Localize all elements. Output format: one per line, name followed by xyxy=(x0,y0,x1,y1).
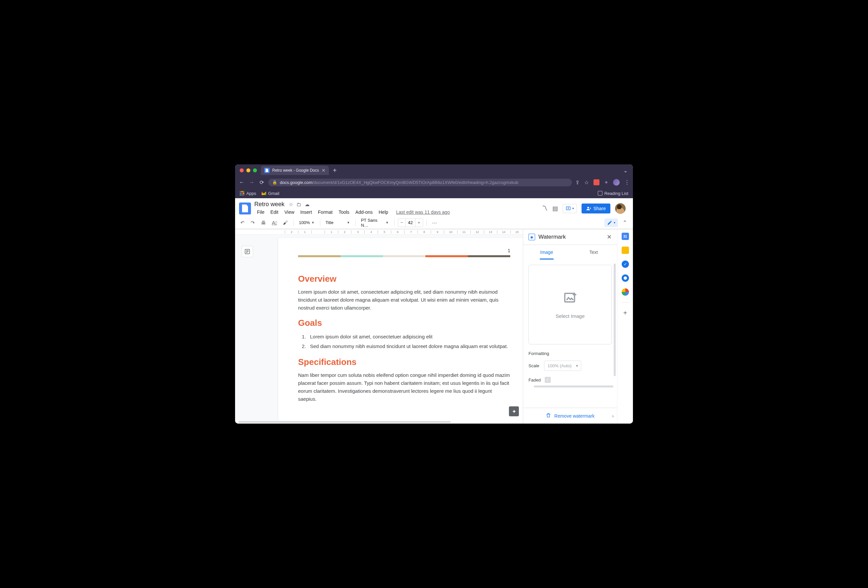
editing-mode-button[interactable]: ▾ xyxy=(604,218,618,227)
ruler[interactable]: 211234567891011121314151617 xyxy=(235,229,523,235)
minimize-window[interactable] xyxy=(247,168,250,172)
goal-item[interactable]: Lorem ipsum dolor sit amet, consectetuer… xyxy=(307,332,510,342)
docs-logo-icon[interactable] xyxy=(239,202,251,214)
overview-body[interactable]: Lorem ipsum dolor sit amet, consectetuer… xyxy=(298,288,510,312)
browser-tab[interactable]: Retro week - Google Docs ✕ xyxy=(261,166,329,175)
address-bar[interactable]: 🔒 docs.google.com/document/d/1xG1zOE4X_H… xyxy=(268,179,572,186)
paint-format-button[interactable]: 🖌 xyxy=(281,218,290,227)
faded-checkbox[interactable]: ✓ xyxy=(545,377,551,383)
formatting-label: Formatting xyxy=(528,351,612,356)
account-avatar[interactable] xyxy=(615,203,626,214)
close-tab-icon[interactable]: ✕ xyxy=(322,168,326,173)
share-page-icon[interactable]: ⇪ xyxy=(575,179,580,186)
font-size-decrease[interactable]: − xyxy=(398,219,406,227)
extensions-puzzle-icon[interactable]: ✦ xyxy=(604,179,608,186)
apps-label: Apps xyxy=(247,191,256,196)
gmail-bookmark[interactable]: Gmail xyxy=(261,191,279,196)
scale-select[interactable]: 100% (Auto) xyxy=(544,361,581,371)
tab-list-dropdown[interactable]: ⌄ xyxy=(623,167,627,174)
font-select[interactable]: PT Sans N… ▼ xyxy=(359,217,391,229)
expand-panel-icon[interactable]: › xyxy=(612,413,614,419)
redo-button[interactable]: ↷ xyxy=(249,218,257,227)
heading-overview[interactable]: Overview xyxy=(298,274,510,284)
heading-goals[interactable]: Goals xyxy=(298,318,510,328)
apps-bookmark[interactable]: Apps xyxy=(240,191,256,196)
close-window[interactable] xyxy=(240,168,244,172)
add-addon-icon[interactable]: + xyxy=(621,309,629,317)
goals-list[interactable]: Lorem ipsum dolor sit amet, consectetuer… xyxy=(307,332,510,351)
heading-specifications[interactable]: Specifications xyxy=(298,357,510,367)
reading-list-button[interactable]: Reading List xyxy=(598,191,628,196)
panel-scrollbar[interactable] xyxy=(614,264,616,376)
font-size-control[interactable]: − + xyxy=(398,218,423,227)
apps-grid-icon xyxy=(240,191,244,196)
bookmark-star-icon[interactable]: ☆ xyxy=(584,179,589,186)
menu-tools[interactable]: Tools xyxy=(336,208,352,216)
toolbar: ↶ ↷ 🖶 Aͯ 🖌 100% ▼ Title ▼ PT Sans N… ▼ −… xyxy=(235,217,633,229)
new-tab-button[interactable]: + xyxy=(333,167,337,174)
tasks-icon[interactable] xyxy=(621,261,629,268)
remove-watermark-button[interactable]: Remove watermark › xyxy=(523,408,617,424)
contacts-icon[interactable] xyxy=(621,274,629,282)
explore-button[interactable]: ✦ xyxy=(509,406,519,416)
maximize-window[interactable] xyxy=(253,168,257,172)
menu-format[interactable]: Format xyxy=(315,208,335,216)
menu-edit[interactable]: Edit xyxy=(268,208,281,216)
close-panel-icon[interactable]: ✕ xyxy=(607,233,612,241)
lock-icon: 🔒 xyxy=(272,180,277,185)
url-path: /document/d/1xG1zOE4X_HgQkwFOCKmyQmBGWD5… xyxy=(312,180,518,185)
menu-addons[interactable]: Add-ons xyxy=(353,208,375,216)
font-size-input[interactable] xyxy=(406,219,415,227)
gmail-icon xyxy=(261,192,266,195)
keep-icon[interactable] xyxy=(621,247,629,254)
profile-avatar-icon[interactable] xyxy=(613,179,620,186)
back-button[interactable]: ← xyxy=(238,179,245,185)
star-icon[interactable]: ☆ xyxy=(289,202,293,208)
horizontal-scrollbar[interactable] xyxy=(238,421,450,423)
reading-list-label: Reading List xyxy=(604,191,628,196)
font-size-increase[interactable]: + xyxy=(415,219,423,227)
last-edit-link[interactable]: Last edit was 11 days ago xyxy=(394,208,453,216)
forward-button[interactable]: → xyxy=(248,179,255,185)
watermark-panel: ◉ Watermark ✕ Image Text Select Image Fo… xyxy=(523,229,617,424)
menu-bar: File Edit View Insert Format Tools Add-o… xyxy=(254,208,453,216)
image-placeholder-icon xyxy=(563,290,577,308)
browser-menu-icon[interactable]: ⋮ xyxy=(624,179,630,186)
share-button[interactable]: Share xyxy=(582,203,610,214)
document-page[interactable]: 1 Overview Lorem ipsum dolor sit amet, c… xyxy=(278,238,523,420)
zoom-select[interactable]: 100% ▼ xyxy=(297,219,316,226)
watermark-icon: ◉ xyxy=(528,234,535,240)
menu-view[interactable]: View xyxy=(282,208,297,216)
print-button[interactable]: 🖶 xyxy=(259,218,268,227)
cloud-status-icon[interactable]: ☁ xyxy=(305,202,310,208)
menu-help[interactable]: Help xyxy=(376,208,391,216)
menu-insert[interactable]: Insert xyxy=(298,208,314,216)
document-title[interactable]: Retro week xyxy=(254,201,285,208)
page-number: 1 xyxy=(298,248,510,253)
trash-icon xyxy=(546,413,551,419)
decorative-color-bar xyxy=(298,255,510,257)
select-image-button[interactable]: Select Image xyxy=(528,265,612,344)
calendar-icon[interactable]: 31 xyxy=(621,233,629,240)
window-controls[interactable] xyxy=(240,168,257,172)
menu-file[interactable]: File xyxy=(254,208,267,216)
tab-text[interactable]: Text xyxy=(570,245,617,259)
present-button[interactable]: ▾ xyxy=(562,204,577,213)
side-rail: 31 + xyxy=(617,229,633,424)
collapse-toolbar-icon[interactable]: ⌃ xyxy=(620,218,630,227)
comments-icon[interactable]: ▤ xyxy=(552,205,558,212)
tab-image[interactable]: Image xyxy=(523,245,570,259)
reading-list-icon xyxy=(598,191,602,196)
panel-horizontal-scrollbar[interactable] xyxy=(534,386,613,388)
activity-icon[interactable]: 〽 xyxy=(542,205,548,212)
paragraph-style-select[interactable]: Title ▼ xyxy=(323,219,352,226)
extension-icon[interactable] xyxy=(593,179,599,185)
reload-button[interactable]: ⟳ xyxy=(258,179,265,186)
move-icon[interactable]: 🗀 xyxy=(297,202,301,208)
more-toolbar-icon[interactable]: ⋯ xyxy=(430,218,439,227)
undo-button[interactable]: ↶ xyxy=(238,218,247,227)
specifications-body[interactable]: Nam liber tempor cum soluta nobis eleife… xyxy=(298,371,510,403)
goal-item[interactable]: Sed diam nonummy nibh euismod tincidunt … xyxy=(307,342,510,351)
spellcheck-button[interactable]: Aͯ xyxy=(270,218,279,227)
maps-icon[interactable] xyxy=(621,288,629,296)
